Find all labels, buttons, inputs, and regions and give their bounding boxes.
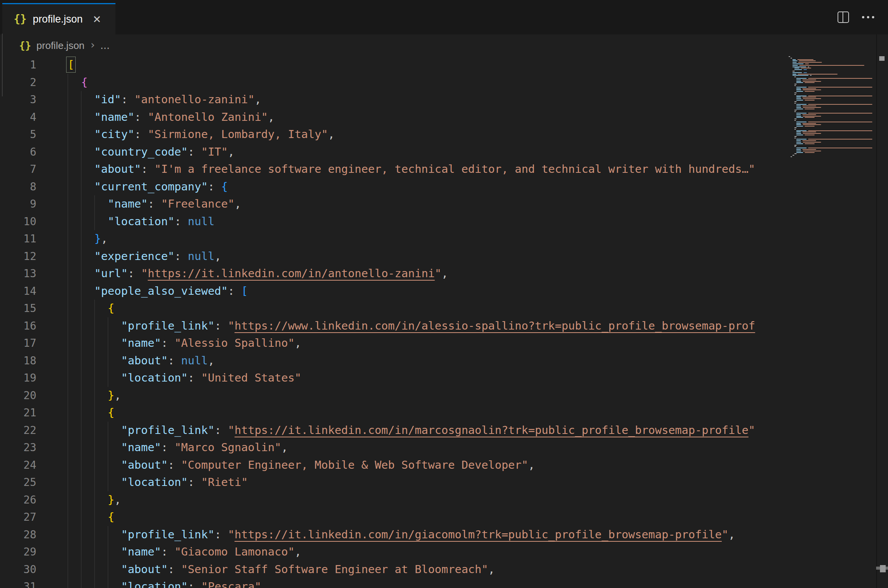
minimap-line	[789, 100, 884, 101]
code-text: {	[68, 508, 114, 526]
minimap-line	[789, 91, 884, 92]
code-line-11[interactable]: 11 },	[0, 230, 789, 248]
line-number: 25	[0, 474, 36, 491]
minimap-line	[789, 56, 876, 57]
code-line-18[interactable]: 18 "about": null,	[0, 352, 789, 370]
code-line-25[interactable]: 25 "location": "Rieti"	[0, 474, 789, 491]
code-text: "about": "Senior Staff Software Engineer…	[68, 561, 495, 578]
minimap-line	[789, 135, 884, 135]
code-line-15[interactable]: 15 {	[0, 300, 789, 317]
code-line-9[interactable]: 9 "name": "Freelance",	[0, 195, 789, 213]
minimap-line	[789, 123, 884, 124]
code-line-20[interactable]: 20 },	[0, 387, 789, 404]
code-line-14[interactable]: 14 "people_also_viewed": [	[0, 283, 789, 300]
code-line-31[interactable]: 31 "location": "Pescara"	[0, 578, 789, 588]
code-line-10[interactable]: 10 "location": null	[0, 213, 789, 231]
minimap-line	[789, 130, 884, 131]
minimap-line	[789, 68, 882, 68]
minimap-line	[789, 81, 884, 82]
line-number: 24	[0, 456, 36, 474]
line-number: 30	[0, 561, 36, 578]
code-line-12[interactable]: 12 "experience": null,	[0, 248, 789, 265]
code-line-19[interactable]: 19 "location": "United States"	[0, 369, 789, 387]
code-line-4[interactable]: 4 "name": "Antonello Zanini",	[0, 109, 789, 126]
code-text: {	[68, 300, 114, 317]
minimap-line	[789, 106, 884, 106]
code-line-24[interactable]: 24 "about": "Computer Engineer, Mobile &…	[0, 456, 789, 474]
minimap-line	[789, 117, 884, 118]
code-text: {	[68, 404, 114, 422]
minimap-line	[789, 82, 884, 83]
editor-actions	[838, 0, 874, 34]
minimap-line	[789, 126, 884, 127]
code-line-1[interactable]: 1[	[0, 56, 789, 74]
split-editor-icon[interactable]	[838, 11, 849, 23]
minimap-line	[789, 71, 880, 71]
minimap-line	[789, 109, 884, 109]
code-line-5[interactable]: 5 "city": "Sirmione, Lombardy, Italy",	[0, 126, 789, 143]
minimap-line	[789, 153, 882, 154]
minimap-line	[789, 143, 884, 144]
editor[interactable]: 1[2 {3 "id": "antonello-zanini",4 "name"…	[0, 0, 789, 588]
code-line-3[interactable]: 3 "id": "antonello-zanini",	[0, 91, 789, 109]
minimap-line	[789, 65, 880, 66]
minimap-line	[789, 98, 884, 99]
code-line-27[interactable]: 27 {	[0, 508, 789, 526]
code-line-8[interactable]: 8 "current_company": {	[0, 178, 789, 196]
minimap-line	[789, 88, 884, 89]
line-number: 5	[0, 126, 36, 143]
code-text: "name": "Giacomo Lamonaco",	[68, 543, 301, 561]
code-line-30[interactable]: 30 "about": "Senior Staff Software Engin…	[0, 561, 789, 578]
code-line-23[interactable]: 23 "name": "Marco Sgnaolin",	[0, 439, 789, 456]
minimap-line	[789, 152, 884, 153]
line-number: 23	[0, 439, 36, 456]
minimap-line	[789, 136, 882, 137]
scrollbar-track	[876, 34, 888, 588]
scrollbar-corner-thumb[interactable]	[880, 565, 886, 572]
minimap-line	[789, 59, 880, 60]
line-number: 29	[0, 543, 36, 561]
code-text: "country_code": "IT",	[68, 143, 235, 161]
code-line-16[interactable]: 16 "profile_link": "https://www.linkedin…	[0, 317, 789, 335]
line-number: 27	[0, 508, 36, 526]
minimap-line	[789, 103, 882, 104]
line-number: 6	[0, 143, 36, 161]
code-line-17[interactable]: 17 "name": "Alessio Spallino",	[0, 335, 789, 352]
line-number: 16	[0, 317, 36, 335]
code-line-22[interactable]: 22 "profile_link": "https://it.linkedin.…	[0, 422, 789, 439]
code-line-29[interactable]: 29 "name": "Giacomo Lamonaco",	[0, 543, 789, 561]
code-line-2[interactable]: 2 {	[0, 74, 789, 91]
code-text: "location": "Pescara"	[68, 578, 261, 588]
line-number: 1	[0, 56, 36, 74]
code-text: "name": "Alessio Spallino",	[68, 335, 301, 352]
code-text: "about": "Computer Engineer, Mobile & We…	[68, 456, 535, 474]
line-number: 3	[0, 91, 36, 109]
code-text: "about": "I'm a freelance software engin…	[68, 161, 755, 178]
code-line-7[interactable]: 7 "about": "I'm a freelance software eng…	[0, 161, 789, 178]
minimap-line	[789, 58, 878, 58]
code-text: "profile_link": "https://it.linkedin.com…	[68, 526, 735, 544]
line-number: 28	[0, 526, 36, 544]
line-number: 19	[0, 369, 36, 387]
code-line-26[interactable]: 26 },	[0, 491, 789, 509]
code-line-28[interactable]: 28 "profile_link": "https://it.linkedin.…	[0, 526, 789, 544]
more-actions-icon[interactable]	[862, 16, 874, 18]
minimap-line	[789, 120, 882, 121]
minimap-line	[789, 114, 884, 115]
line-number: 18	[0, 352, 36, 370]
minimap[interactable]	[789, 56, 876, 588]
minimap-line	[789, 80, 884, 80]
code-line-13[interactable]: 13 "url": "https://it.linkedin.com/in/an…	[0, 265, 789, 283]
code-text: "people_also_viewed": [	[68, 283, 248, 300]
minimap-line	[789, 146, 882, 147]
code-line-21[interactable]: 21 {	[0, 404, 789, 422]
vertical-scrollbar-thumb[interactable]	[879, 56, 885, 61]
minimap-line	[789, 62, 880, 63]
minimap-line	[789, 89, 884, 90]
minimap-line	[789, 113, 884, 114]
minimap-line	[789, 138, 882, 138]
code-line-6[interactable]: 6 "country_code": "IT",	[0, 143, 789, 161]
minimap-line	[789, 85, 882, 86]
code-text: "location": "Rieti"	[68, 474, 248, 491]
minimap-line	[789, 107, 884, 108]
